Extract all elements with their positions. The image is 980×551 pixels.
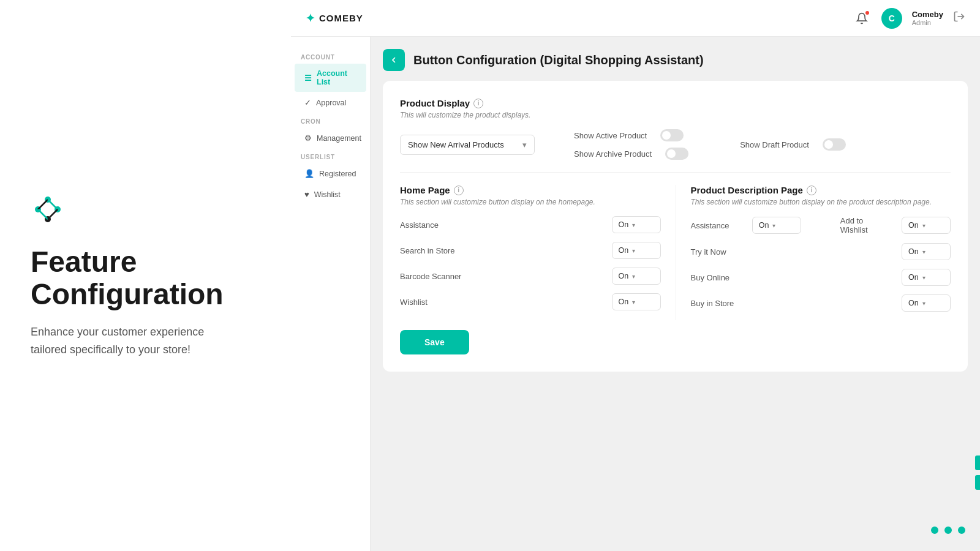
barcode-scanner-label: Barcode Scanner <box>400 272 612 281</box>
field-row-barcode-scanner: Barcode Scanner On ▾ <box>400 268 661 285</box>
app-panel: ✦ COMEBY C Comeby Admin <box>291 0 980 551</box>
barcode-scanner-select[interactable]: On ▾ <box>612 268 661 285</box>
dot-3 <box>958 527 965 534</box>
toggle-group-left: Show Active Product Show Archive Product <box>574 129 688 160</box>
sidebar-item-account-list[interactable]: ☰ Account List <box>295 64 366 92</box>
sidebar-section-account: ACCOUNT ☰ Account List ✓ Approval <box>291 49 370 113</box>
page-header: Button Configuration (Digital Shopping A… <box>383 49 968 71</box>
check-icon: ✓ <box>304 98 311 107</box>
sidebar-label-account: ACCOUNT <box>291 49 370 63</box>
config-card: Product Display i This will customize th… <box>383 81 968 372</box>
edge-decoration <box>975 455 980 490</box>
add-to-wishlist-label: Add to Wishlist <box>840 216 887 234</box>
buy-online-select[interactable]: On ▾ <box>902 269 951 286</box>
sidebar-label-account-list: Account List <box>317 69 356 86</box>
try-it-now-select[interactable]: On ▾ <box>902 243 951 260</box>
edge-bar-2 <box>975 475 980 490</box>
chevron-pdp-wishlist: ▾ <box>922 222 925 229</box>
notification-button[interactable] <box>852 9 872 28</box>
logout-button[interactable] <box>953 10 965 26</box>
brand-name: COMEBY <box>319 13 363 23</box>
logo-icon <box>31 192 65 227</box>
product-desc-page-section: Product Description Page i This section … <box>676 185 951 320</box>
marketing-title: Feature Configuration <box>31 246 260 311</box>
show-draft-toggle[interactable] <box>823 138 846 151</box>
sidebar-item-management[interactable]: ⚙ Management <box>295 128 366 148</box>
back-button[interactable] <box>383 49 405 71</box>
user-name: Comeby <box>912 10 943 19</box>
chevron-small-icon4: ▾ <box>632 299 635 305</box>
show-draft-label: Show Draft Product <box>740 140 809 149</box>
product-display-desc: This will customize the product displays… <box>400 111 951 119</box>
pdp-info-icon: i <box>807 186 816 195</box>
sidebar-section-cron: CRON ⚙ Management <box>291 113 370 148</box>
svg-line-5 <box>48 200 58 209</box>
chevron-pdp-3: ▾ <box>922 274 925 281</box>
sidebar-label-wishlist: Wishlist <box>314 190 341 199</box>
list-icon: ☰ <box>304 73 312 83</box>
user-icon: 👤 <box>304 169 314 178</box>
try-it-now-label: Try it Now <box>691 247 902 257</box>
field-row-search-in-store: Search in Store On ▾ <box>400 242 661 259</box>
assistance-pdp-label: Assistance <box>691 221 737 230</box>
buy-in-store-label: Buy in Store <box>691 299 902 308</box>
sidebar-section-userlist: USERLIST 👤 Registered ♥ Wishlist <box>291 149 370 204</box>
search-in-store-select[interactable]: On ▾ <box>612 242 661 259</box>
sidebar-label-userlist: USERLIST <box>291 149 370 163</box>
sidebar-item-registered[interactable]: 👤 Registered <box>295 163 366 184</box>
buy-in-store-select[interactable]: On ▾ <box>902 294 951 312</box>
chevron-small-icon3: ▾ <box>632 273 635 280</box>
product-display-section: Product Display i This will customize th… <box>400 98 951 160</box>
assistance-home-label: Assistance <box>400 220 612 230</box>
field-row-try-it-now: Try it Now On ▾ <box>691 243 951 260</box>
show-archive-toggle[interactable] <box>665 148 688 160</box>
product-display-dropdown[interactable]: Show New Arrival Products ▾ <box>400 135 535 155</box>
marketing-panel: Feature Configuration Enhance your custo… <box>0 0 291 551</box>
product-desc-page-desc: This section will customize button displ… <box>691 198 951 206</box>
sidebar-label-management: Management <box>317 134 361 143</box>
sidebar-item-wishlist[interactable]: ♥ Wishlist <box>295 184 366 204</box>
save-button[interactable]: Save <box>400 330 469 354</box>
user-info: Comeby Admin <box>912 10 943 26</box>
chevron-pdp-2: ▾ <box>922 249 925 255</box>
divider-1 <box>400 172 951 173</box>
gear-icon: ⚙ <box>304 133 312 143</box>
wishlist-home-label: Wishlist <box>400 298 612 307</box>
notification-dot <box>864 10 870 16</box>
navbar-right: C Comeby Admin <box>852 8 965 29</box>
svg-line-4 <box>38 200 48 209</box>
show-active-label: Show Active Product <box>574 131 647 140</box>
dot-1 <box>931 527 938 534</box>
edge-bar-1 <box>975 455 980 470</box>
toggle-show-active: Show Active Product <box>574 129 688 141</box>
assistance-home-select[interactable]: On ▾ <box>612 216 661 233</box>
home-page-title: Home Page i <box>400 185 661 195</box>
brand-icon: ✦ <box>306 12 315 25</box>
page-title: Button Configuration (Digital Shopping A… <box>413 53 704 67</box>
wishlist-home-select[interactable]: On ▾ <box>612 293 661 310</box>
home-page-section: Home Page i This section will customize … <box>400 185 676 320</box>
heart-icon: ♥ <box>304 190 309 199</box>
product-display-info-icon: i <box>473 99 483 108</box>
dot-2 <box>944 527 952 534</box>
product-display-controls: Show New Arrival Products ▾ Show Active … <box>400 129 951 160</box>
avatar: C <box>881 8 902 29</box>
assistance-pdp-select[interactable]: On ▾ <box>752 217 801 234</box>
field-row-buy-online: Buy Online On ▾ <box>691 269 951 286</box>
chevron-pdp-1: ▾ <box>772 222 775 229</box>
show-active-toggle[interactable] <box>660 129 684 141</box>
add-to-wishlist-select[interactable]: On ▾ <box>902 217 951 234</box>
navbar: ✦ COMEBY C Comeby Admin <box>291 0 980 37</box>
search-in-store-label: Search in Store <box>400 246 612 255</box>
svg-line-7 <box>48 209 58 219</box>
home-page-info-icon: i <box>454 186 464 195</box>
bottom-dots <box>931 527 965 534</box>
chevron-small-icon2: ▾ <box>632 247 635 254</box>
sidebar-item-approval[interactable]: ✓ Approval <box>295 92 366 113</box>
field-row-assistance-pdp: Assistance On ▾ Add to Wishlist On ▾ <box>691 216 951 234</box>
chevron-small-icon: ▾ <box>632 222 635 228</box>
two-col-sections: Home Page i This section will customize … <box>400 185 951 320</box>
user-role: Admin <box>912 19 943 26</box>
field-row-buy-in-store: Buy in Store On ▾ <box>691 294 951 312</box>
sidebar-label-approval: Approval <box>316 99 346 107</box>
